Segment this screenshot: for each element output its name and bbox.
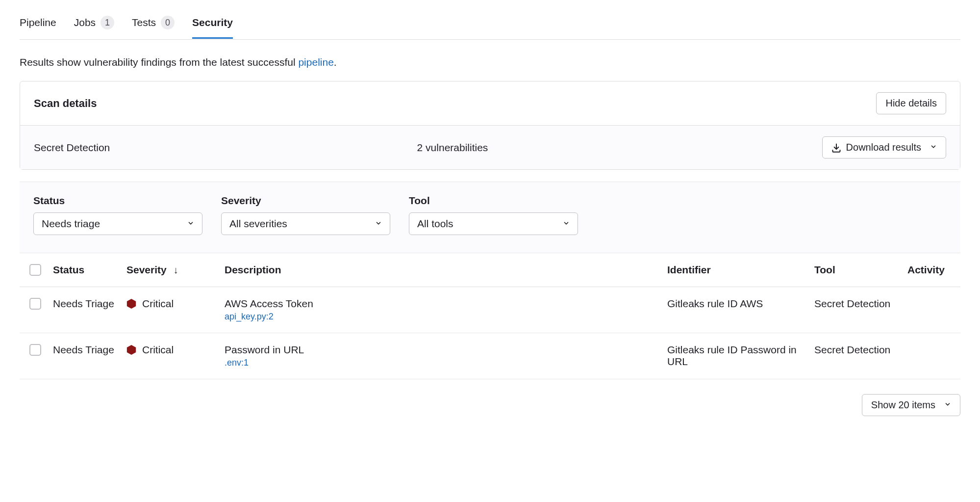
filter-severity-group: Severity All severities	[221, 195, 390, 235]
download-results-label: Download results	[846, 142, 921, 153]
svg-marker-0	[127, 299, 136, 309]
svg-marker-1	[127, 345, 136, 355]
show-items-button[interactable]: Show 20 items	[862, 394, 960, 416]
row-identifier: Gitleaks rule ID Password in URL	[661, 333, 808, 379]
row-identifier: Gitleaks rule ID AWS	[661, 287, 808, 333]
intro-text: Results show vulnerability findings from…	[20, 56, 960, 68]
show-items-label: Show 20 items	[871, 399, 935, 411]
filter-tool-label: Tool	[409, 195, 578, 207]
tab-tests[interactable]: Tests 0	[132, 9, 175, 39]
filters-bar: Status Needs triage Severity All severit…	[20, 182, 960, 253]
header-status[interactable]: Status	[47, 253, 121, 287]
row-location-link[interactable]: .env:1	[225, 358, 249, 368]
tab-security[interactable]: Security	[192, 10, 233, 38]
filter-severity-select[interactable]: All severities	[221, 212, 390, 235]
tabs-nav: Pipeline Jobs 1 Tests 0 Security	[20, 0, 960, 40]
row-severity: Critical	[126, 344, 213, 356]
hide-details-label: Hide details	[885, 98, 937, 109]
scan-name: Secret Detection	[34, 142, 417, 154]
download-icon	[831, 143, 841, 153]
filter-tool-group: Tool All tools	[409, 195, 578, 235]
header-checkbox-cell	[20, 253, 47, 287]
tab-tests-badge: 0	[161, 16, 175, 29]
header-identifier[interactable]: Identifier	[661, 253, 808, 287]
row-activity	[902, 287, 960, 333]
row-checkbox[interactable]	[29, 344, 41, 356]
filter-tool-select[interactable]: All tools	[409, 212, 578, 235]
chevron-down-icon	[944, 400, 951, 410]
filter-severity-label: Severity	[221, 195, 390, 207]
table-row: Needs Triage Critical Password in URL .e…	[20, 333, 960, 379]
scan-details-header: Scan details Hide details	[20, 81, 960, 126]
chevron-down-icon	[375, 219, 382, 229]
chevron-down-icon	[930, 142, 937, 153]
row-status: Needs Triage	[47, 287, 121, 333]
header-description[interactable]: Description	[219, 253, 661, 287]
row-severity-label: Critical	[142, 344, 174, 356]
header-severity-label: Severity	[126, 264, 167, 275]
row-tool: Secret Detection	[808, 287, 902, 333]
sort-desc-icon: ↓	[174, 264, 178, 275]
row-description: Password in URL	[225, 344, 655, 356]
tab-tests-label: Tests	[132, 17, 156, 28]
row-tool: Secret Detection	[808, 333, 902, 379]
tab-jobs-badge: 1	[101, 16, 114, 29]
vulnerability-table: Status Severity ↓ Description Identifier…	[20, 253, 960, 379]
row-severity: Critical	[126, 298, 213, 310]
scan-details-title: Scan details	[34, 97, 97, 110]
severity-critical-icon	[126, 298, 136, 309]
tab-pipeline-label: Pipeline	[20, 17, 56, 28]
hide-details-button[interactable]: Hide details	[876, 92, 946, 114]
severity-critical-icon	[126, 344, 136, 355]
row-description: AWS Access Token	[225, 298, 655, 310]
scan-details-body: Secret Detection 2 vulnerabilities Downl…	[20, 126, 960, 169]
pipeline-link[interactable]: pipeline	[298, 56, 333, 68]
header-activity[interactable]: Activity	[902, 253, 960, 287]
row-status: Needs Triage	[47, 333, 121, 379]
row-activity	[902, 333, 960, 379]
header-tool[interactable]: Tool	[808, 253, 902, 287]
filter-status-value: Needs triage	[42, 218, 100, 230]
table-row: Needs Triage Critical AWS Access Token a…	[20, 287, 960, 333]
filter-severity-value: All severities	[229, 218, 287, 230]
filter-status-select[interactable]: Needs triage	[33, 212, 202, 235]
download-results-button[interactable]: Download results	[822, 136, 946, 159]
chevron-down-icon	[187, 219, 194, 229]
filter-status-group: Status Needs triage	[33, 195, 202, 235]
chevron-down-icon	[563, 219, 570, 229]
tab-jobs-label: Jobs	[74, 17, 96, 28]
select-all-checkbox[interactable]	[29, 264, 41, 276]
intro-suffix: .	[334, 56, 337, 68]
tab-jobs[interactable]: Jobs 1	[74, 9, 114, 39]
table-footer: Show 20 items	[20, 394, 960, 416]
scan-count: 2 vulnerabilities	[417, 142, 822, 154]
header-severity[interactable]: Severity ↓	[121, 253, 219, 287]
row-checkbox[interactable]	[29, 298, 41, 310]
tab-pipeline[interactable]: Pipeline	[20, 10, 56, 38]
row-severity-label: Critical	[142, 298, 174, 310]
row-location-link[interactable]: api_key.py:2	[225, 312, 274, 322]
filter-status-label: Status	[33, 195, 202, 207]
scan-details-panel: Scan details Hide details Secret Detecti…	[20, 81, 960, 170]
intro-prefix: Results show vulnerability findings from…	[20, 56, 298, 68]
filter-tool-value: All tools	[417, 218, 453, 230]
tab-security-label: Security	[192, 17, 233, 28]
